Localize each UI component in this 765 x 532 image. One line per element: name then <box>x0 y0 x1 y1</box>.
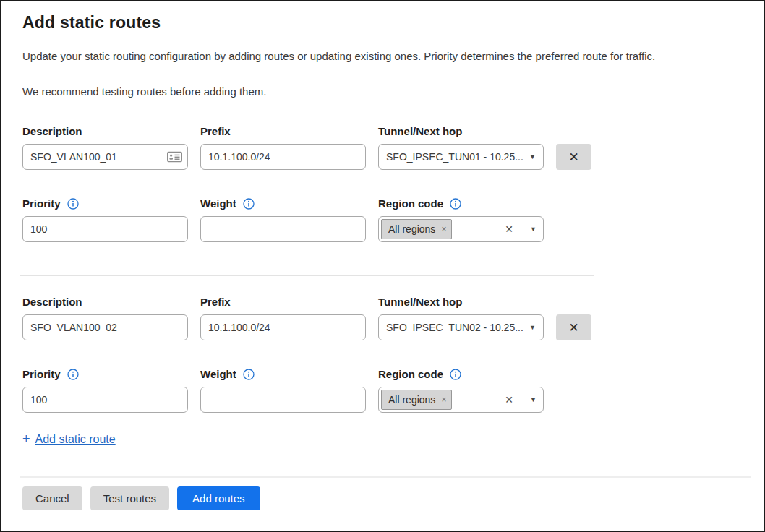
plus-icon: + <box>22 432 30 447</box>
weight-input[interactable] <box>200 216 366 242</box>
info-icon[interactable] <box>243 369 255 380</box>
prefix-label: Prefix <box>200 296 366 309</box>
entry-divider <box>20 275 594 276</box>
tunnel-select-value: SFO_IPSEC_TUN01 - 10.25... <box>386 151 523 163</box>
prefix-input[interactable] <box>200 314 366 340</box>
prefix-input[interactable] <box>200 144 366 170</box>
chevron-down-icon: ▼ <box>529 153 536 160</box>
chip-remove-icon[interactable]: × <box>441 395 446 405</box>
recommendation-text: We recommend testing routes before addin… <box>22 85 744 99</box>
remove-route-button[interactable]: ✕ <box>556 144 591 170</box>
region-multiselect[interactable]: All regions × ✕ ▼ <box>378 387 544 413</box>
info-icon[interactable] <box>67 369 79 380</box>
weight-label: Weight <box>200 197 366 210</box>
chevron-down-icon: ▼ <box>529 324 536 331</box>
description-input[interactable] <box>22 314 188 340</box>
intro-text: Update your static routing configuration… <box>22 49 744 64</box>
region-chip: All regions × <box>381 390 452 410</box>
info-icon[interactable] <box>243 198 255 210</box>
region-chip-label: All regions <box>388 394 435 406</box>
tunnel-select-value: SFO_IPSEC_TUN02 - 10.25... <box>386 322 523 333</box>
region-multiselect[interactable]: All regions × ✕ ▼ <box>378 216 544 242</box>
prefix-label: Prefix <box>200 125 366 138</box>
weight-label: Weight <box>200 368 366 381</box>
contact-card-icon[interactable] <box>167 152 182 163</box>
region-label: Region code <box>378 368 544 381</box>
region-chip-label: All regions <box>388 223 435 235</box>
clear-icon[interactable]: ✕ <box>505 223 513 235</box>
priority-label: Priority <box>22 368 188 381</box>
priority-label: Priority <box>22 197 188 210</box>
add-static-routes-dialog: Add static routes Update your static rou… <box>0 0 765 532</box>
weight-input[interactable] <box>200 387 366 413</box>
description-label: Description <box>22 296 188 309</box>
page-title: Add static routes <box>22 11 744 34</box>
region-chip: All regions × <box>381 219 452 239</box>
info-icon[interactable] <box>450 369 461 380</box>
footer-divider <box>20 476 751 478</box>
remove-route-button[interactable]: ✕ <box>556 314 591 340</box>
chevron-down-icon: ▼ <box>530 396 537 403</box>
description-input[interactable] <box>22 144 188 170</box>
info-icon[interactable] <box>450 198 461 210</box>
priority-input[interactable] <box>22 216 188 242</box>
route-entry-1: Description <box>22 125 744 242</box>
add-routes-button[interactable]: Add routes <box>177 486 260 510</box>
footer-buttons: Cancel Test routes Add routes <box>22 486 744 510</box>
tunnel-label: Tunnel/Next hop <box>378 125 544 138</box>
chevron-down-icon: ▼ <box>530 226 537 233</box>
tunnel-label: Tunnel/Next hop <box>378 296 544 309</box>
info-icon[interactable] <box>67 198 79 210</box>
description-label: Description <box>22 125 188 138</box>
chip-remove-icon[interactable]: × <box>441 224 446 234</box>
add-static-route-link[interactable]: + Add static route <box>22 432 116 447</box>
priority-input[interactable] <box>22 387 188 413</box>
route-entry-2: Description Prefix Tunnel/Next hop SFO_I… <box>22 296 744 413</box>
cancel-button[interactable]: Cancel <box>22 486 82 510</box>
region-label: Region code <box>378 197 544 210</box>
tunnel-select[interactable]: SFO_IPSEC_TUN02 - 10.25... ▼ <box>378 314 544 340</box>
clear-icon[interactable]: ✕ <box>505 394 513 406</box>
test-routes-button[interactable]: Test routes <box>90 486 169 510</box>
tunnel-select[interactable]: SFO_IPSEC_TUN01 - 10.25... ▼ <box>378 144 544 170</box>
